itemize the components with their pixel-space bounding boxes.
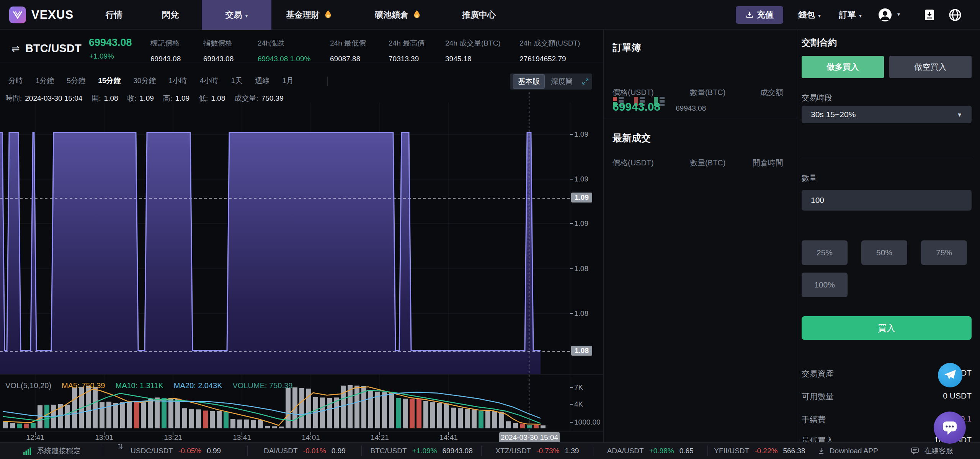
vexus-logo-icon[interactable]	[9, 7, 26, 23]
timeframe-15m[interactable]: 15分鐘	[98, 76, 121, 86]
ob-divider	[604, 119, 797, 119]
account-menu[interactable]: ▾	[878, 8, 892, 23]
period-select[interactable]: 30s 15~20% ▼	[802, 106, 972, 123]
ticker-ada[interactable]: ADA/USDT +0.98% 0.65	[593, 446, 707, 456]
amount-input[interactable]: 100	[802, 190, 972, 211]
nav-item-market[interactable]: 行情	[106, 0, 122, 30]
connection-status: 系統鏈接穩定	[0, 446, 104, 456]
price-axis-label: 1.09	[574, 175, 588, 183]
stat-label: 24h漲跌	[258, 38, 310, 48]
stat-label: 指數價格	[203, 38, 234, 48]
ticker-change: +1.09%	[412, 447, 437, 455]
ticker-pair: USDC/USDT	[131, 447, 173, 455]
row-fee-label: 手續費	[802, 414, 826, 425]
time-axis-label: 14:01	[294, 433, 328, 442]
time-axis-label: 14:21	[363, 433, 397, 442]
time-axis-label: 13:41	[225, 433, 259, 442]
download-app-icon[interactable]	[924, 9, 935, 23]
indicator-ma20: MA20: 2.043K	[174, 381, 222, 390]
ticker-price: 1.39	[565, 447, 579, 455]
short-buy-button[interactable]: 做空買入	[889, 56, 972, 78]
connection-status-text: 系統鏈接穩定	[37, 446, 80, 456]
stat-label: 24h 最高價	[389, 38, 425, 48]
crosshair-date-tag: 2024-03-30 15:04	[499, 432, 560, 443]
ticker-usdc[interactable]: USDC/USDT -0.05% 0.99	[104, 446, 248, 456]
volume-axis-label: 1000.00	[574, 418, 601, 426]
timeframe-1w[interactable]: 週線	[255, 76, 270, 86]
lt-header-amount: 數量(BTC)	[690, 158, 725, 168]
language-globe-icon[interactable]	[949, 8, 962, 23]
stat-label: 24h 成交額(USDT)	[519, 38, 580, 48]
ticker-price: 0.65	[679, 447, 694, 455]
row-available-label: 可用數量	[802, 391, 834, 402]
stat-24h-high: 24h 最高價 70313.39	[389, 38, 425, 63]
buy-submit-button[interactable]: 買入	[802, 316, 972, 340]
timeframe-1d[interactable]: 1天	[231, 76, 243, 86]
trade-panel-title: 交割合約	[802, 37, 837, 49]
ticker-btc[interactable]: BTC/USDT +1.09% 69943.08	[361, 446, 481, 456]
fullscreen-expand-icon[interactable]	[582, 77, 589, 87]
timeframe-time[interactable]: 分時	[8, 76, 23, 86]
lt-header-price: 價格(USDT)	[612, 158, 654, 168]
pair-name[interactable]: BTC/USDT	[25, 42, 82, 55]
panel-divider	[802, 157, 972, 157]
timeframe-1m[interactable]: 1分鐘	[36, 76, 54, 86]
ticker-pair: DAI/USDT	[264, 447, 298, 455]
timeframe-1h[interactable]: 1小時	[168, 76, 187, 86]
ticker-xtz[interactable]: XTZ/USDT -0.73% 1.39	[481, 446, 593, 456]
tab-basic-view[interactable]: 基本版	[513, 74, 545, 89]
signal-bars-icon	[23, 447, 31, 455]
support-chat-button[interactable]	[934, 412, 966, 444]
timeframe-5m[interactable]: 5分鐘	[67, 76, 86, 86]
ticker-price: 0.99	[207, 447, 221, 455]
nav-item-wallet[interactable]: 錢包▾	[798, 0, 821, 30]
indicator-vol: VOL(5,10,20)	[5, 381, 51, 390]
ticker-yfii[interactable]: YFII/USDT -0.22% 566.38	[707, 446, 812, 456]
timeframe-30m[interactable]: 30分鐘	[133, 76, 156, 86]
nav-item-trade[interactable]: 交易▾	[202, 0, 271, 30]
ticker-bar: 系統鏈接穩定 USDC/USDT -0.05% 0.99 DAI/USDT -0…	[0, 442, 980, 459]
download-icon	[818, 448, 824, 454]
ticker-pair: ADA/USDT	[607, 447, 644, 455]
price-axis-label: 1.09	[574, 219, 588, 228]
nav-item-mining-label: 礦池鎖倉	[375, 10, 408, 20]
online-support-link[interactable]: 在線客服	[884, 446, 980, 456]
timeframe-4h[interactable]: 4小時	[200, 76, 219, 86]
toolbar-separator	[327, 77, 328, 86]
stat-24h-volume: 24h 成交量(BTC) 3945.18	[445, 38, 501, 63]
recharge-button[interactable]: 充值	[736, 6, 783, 24]
brand-name[interactable]: VEXUS	[31, 0, 74, 30]
ticker-pair: BTC/USDT	[371, 447, 407, 455]
nav-item-mining[interactable]: 礦池鎖倉	[375, 0, 421, 30]
nav-item-swap[interactable]: 閃兌	[162, 0, 179, 30]
tab-depth-view[interactable]: 深度圖	[546, 75, 577, 88]
time-axis-label: 13:21	[156, 433, 190, 442]
pair-switch-icon[interactable]: ⇌	[11, 43, 20, 55]
row-available-value: 0 USDT	[943, 391, 972, 400]
percent-50-button[interactable]: 50%	[861, 240, 907, 265]
order-book-panel: 訂單簿 價格(USDT) 數量(BTC) 成交額 69943.08 69943.…	[604, 30, 797, 442]
sort-arrows-icon[interactable]	[117, 443, 123, 450]
nav-item-promotion[interactable]: 推廣中心	[462, 0, 496, 30]
wallet-label: 錢包	[798, 10, 815, 20]
telegram-button[interactable]	[938, 363, 962, 387]
top-nav: VEXUS 行情 閃兌 交易▾ 基金理財 礦池鎖倉 推廣中心 充值 錢包▾ 訂單…	[0, 0, 980, 30]
price-change: +1.09%	[89, 52, 114, 60]
download-app-link[interactable]: Download APP	[812, 446, 884, 456]
ob-index-price: 69943.08	[676, 104, 706, 113]
nav-item-fund[interactable]: 基金理財	[286, 0, 332, 30]
ticker-dai[interactable]: DAI/USDT -0.01% 0.99	[247, 446, 361, 456]
amount-label: 數量	[802, 173, 817, 183]
percent-100-button[interactable]: 100%	[802, 273, 848, 297]
percent-25-button[interactable]: 25%	[802, 240, 848, 265]
long-buy-button[interactable]: 做多買入	[802, 56, 884, 78]
chat-bubble-icon	[941, 420, 958, 435]
percent-75-button[interactable]: 75%	[921, 240, 967, 265]
stat-label: 24h 成交量(BTC)	[445, 38, 501, 48]
ob-header-price: 價格(USDT)	[612, 87, 654, 98]
stat-24h-turnover: 24h 成交額(USDT) 276194652.79	[519, 38, 580, 63]
pair-info-bar: ⇌ BTC/USDT 69943.08 +1.09% 標記價格 69943.08…	[0, 30, 603, 62]
timeframe-1mo[interactable]: 1月	[282, 76, 294, 86]
nav-item-orders[interactable]: 訂單▾	[839, 0, 862, 30]
ticker-change: -0.22%	[755, 447, 777, 455]
